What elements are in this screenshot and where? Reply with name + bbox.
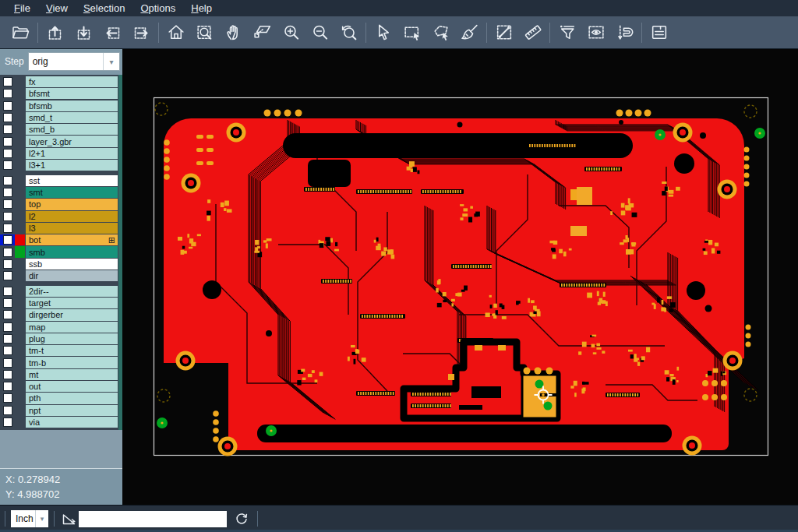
layer-row-map[interactable]: map bbox=[0, 322, 122, 333]
checkbox-icon[interactable] bbox=[3, 149, 12, 158]
layer-label[interactable]: bot⊞ bbox=[26, 234, 118, 245]
checkbox-icon[interactable] bbox=[3, 224, 12, 233]
refresh-icon[interactable] bbox=[231, 509, 252, 528]
unit-select[interactable]: Inch ▾ bbox=[11, 510, 48, 527]
layer-row-l3[interactable]: l3 bbox=[0, 223, 122, 234]
checkbox-icon[interactable] bbox=[3, 259, 12, 269]
layer-row-bfsmb[interactable]: bfsmb bbox=[0, 100, 122, 111]
layer-visibility-checkbox[interactable] bbox=[0, 136, 15, 146]
checkbox-icon[interactable] bbox=[3, 235, 12, 245]
checkbox-icon[interactable] bbox=[3, 248, 12, 257]
layer-label[interactable]: mt bbox=[26, 369, 118, 380]
layer-label[interactable]: smb bbox=[26, 246, 118, 257]
layer-row-pth[interactable]: pth bbox=[0, 393, 122, 403]
layer-label[interactable]: smd_t bbox=[26, 112, 118, 123]
checkbox-icon[interactable] bbox=[3, 137, 12, 146]
layer-row-target[interactable]: target bbox=[0, 298, 122, 308]
command-input[interactable] bbox=[79, 511, 227, 527]
checkbox-icon[interactable] bbox=[3, 77, 12, 86]
measure-ruler-icon[interactable] bbox=[518, 19, 547, 46]
checkbox-icon[interactable] bbox=[3, 310, 12, 319]
layer-visibility-checkbox[interactable] bbox=[0, 405, 15, 416]
clear-brush-icon[interactable] bbox=[455, 19, 484, 46]
menu-file[interactable]: File bbox=[6, 0, 38, 16]
select-polygon-icon[interactable] bbox=[426, 19, 455, 46]
layer-visibility-checkbox[interactable] bbox=[0, 369, 15, 380]
layer-visibility-checkbox[interactable] bbox=[0, 393, 15, 403]
layer-label[interactable]: npt bbox=[26, 405, 118, 416]
layer-row-ssb[interactable]: ssb bbox=[0, 259, 122, 270]
checkbox-icon[interactable] bbox=[3, 382, 12, 391]
zoom-out-icon[interactable] bbox=[305, 19, 334, 46]
layer-visibility-checkbox[interactable] bbox=[0, 357, 15, 368]
layer-visibility-checkbox[interactable] bbox=[0, 246, 15, 257]
layer-row-sst[interactable]: sst bbox=[0, 175, 122, 186]
checkbox-icon[interactable] bbox=[3, 346, 12, 355]
layer-visibility-checkbox[interactable] bbox=[0, 175, 15, 186]
chevron-down-icon[interactable]: ▾ bbox=[35, 510, 48, 527]
layer-label[interactable]: smd_b bbox=[26, 124, 118, 135]
layer-row-bfsmt[interactable]: bfsmt bbox=[0, 88, 122, 99]
checkbox-icon[interactable] bbox=[3, 287, 12, 296]
checkbox-icon[interactable] bbox=[3, 406, 12, 415]
menu-options[interactable]: Options bbox=[132, 0, 183, 16]
layer-label[interactable]: smt bbox=[26, 187, 118, 198]
layer-visibility-checkbox[interactable] bbox=[0, 298, 15, 308]
layer-row-plug[interactable]: plug bbox=[0, 333, 122, 344]
layer-label[interactable]: l2 bbox=[26, 211, 118, 222]
menu-view[interactable]: View bbox=[38, 0, 76, 16]
step-select[interactable]: orig ▾ bbox=[28, 52, 120, 71]
layer-label[interactable]: map bbox=[26, 322, 118, 333]
grid-icon[interactable]: ⊞ bbox=[108, 236, 115, 244]
layer-row-smb[interactable]: smb bbox=[0, 246, 122, 257]
checkbox-icon[interactable] bbox=[3, 199, 12, 209]
pcb-canvas[interactable] bbox=[122, 48, 798, 506]
layer-label[interactable]: l3+1 bbox=[26, 160, 118, 171]
import-bottom-icon[interactable] bbox=[69, 19, 98, 46]
layer-row-l2+1[interactable]: l2+1 bbox=[0, 148, 122, 159]
layer-visibility-checkbox[interactable] bbox=[0, 124, 15, 135]
checkbox-icon[interactable] bbox=[3, 89, 12, 98]
layer-visibility-checkbox[interactable] bbox=[0, 223, 15, 234]
layer-label[interactable]: bfsmt bbox=[26, 88, 118, 99]
chevron-down-icon[interactable]: ▾ bbox=[103, 53, 119, 70]
layer-visibility-checkbox[interactable] bbox=[0, 148, 15, 159]
filter-icon[interactable] bbox=[553, 19, 581, 46]
layer-row-via[interactable]: via bbox=[0, 417, 122, 428]
layer-row-tm-b[interactable]: tm-b bbox=[0, 357, 122, 368]
layer-label[interactable]: top bbox=[26, 199, 118, 210]
import-top-icon[interactable] bbox=[41, 19, 69, 46]
checkbox-icon[interactable] bbox=[3, 271, 12, 280]
layer-row-dirgerber[interactable]: dirgerber bbox=[0, 309, 122, 320]
zoom-in-icon[interactable] bbox=[277, 19, 305, 46]
skew-transform-icon[interactable] bbox=[248, 19, 277, 46]
menu-help[interactable]: Help bbox=[183, 0, 220, 16]
checkbox-icon[interactable] bbox=[3, 298, 12, 308]
layer-visibility-checkbox[interactable] bbox=[0, 322, 15, 333]
layer-visibility-checkbox[interactable] bbox=[0, 381, 15, 392]
view-options-icon[interactable] bbox=[581, 19, 610, 46]
layer-visibility-checkbox[interactable] bbox=[0, 76, 15, 87]
layer-row-smt[interactable]: smt bbox=[0, 187, 122, 198]
layer-visibility-checkbox[interactable] bbox=[0, 259, 15, 270]
layer-visibility-checkbox[interactable] bbox=[0, 333, 15, 344]
layer-visibility-checkbox[interactable] bbox=[0, 88, 15, 99]
checkbox-icon[interactable] bbox=[3, 322, 12, 332]
layer-label[interactable]: layer_3.gbr bbox=[26, 136, 118, 146]
checkbox-icon[interactable] bbox=[3, 393, 12, 403]
layer-list-scrollbar[interactable] bbox=[118, 75, 122, 430]
layer-row-l3+1[interactable]: l3+1 bbox=[0, 160, 122, 171]
layer-label[interactable]: via bbox=[26, 417, 118, 428]
layer-row-layer_3.gbr[interactable]: layer_3.gbr bbox=[0, 136, 122, 146]
menu-selection[interactable]: Selection bbox=[76, 0, 132, 16]
layer-label[interactable]: bfsmb bbox=[26, 100, 118, 111]
zoom-previous-icon[interactable] bbox=[334, 19, 363, 46]
layer-row-tm-t[interactable]: tm-t bbox=[0, 345, 122, 356]
layer-label[interactable]: plug bbox=[26, 333, 118, 344]
checkbox-icon[interactable] bbox=[3, 358, 12, 368]
layer-label[interactable]: 2dir-- bbox=[26, 286, 118, 297]
checkbox-icon[interactable] bbox=[3, 160, 12, 170]
layer-row-npt[interactable]: npt bbox=[0, 405, 122, 416]
pan-hand-icon[interactable] bbox=[219, 19, 248, 46]
report-panel-icon[interactable] bbox=[644, 19, 673, 46]
